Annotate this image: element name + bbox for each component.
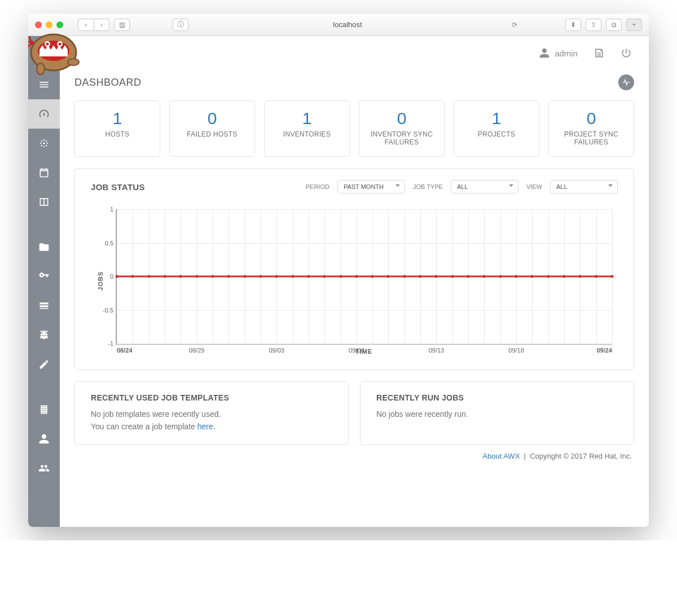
svg-point-8	[43, 142, 45, 144]
chart-xtick: 09/13	[429, 347, 445, 354]
job-status-panel: JOB STATUS PERIOD PAST MONTH JOB TYPE AL…	[74, 168, 634, 370]
sidebar-item-inventory-scripts[interactable]	[28, 320, 60, 350]
chart-xtick: 09/08	[349, 347, 364, 354]
svg-point-9	[43, 139, 45, 140]
sidebar-item-users[interactable]	[28, 424, 60, 454]
stat-value: 0	[553, 109, 629, 128]
chart-ytick: -0.5	[94, 307, 113, 314]
recent-jobs-empty: No jobs were recently run.	[376, 408, 618, 420]
stat-card[interactable]: 0PROJECT SYNC FAILURES	[548, 100, 634, 157]
stat-value: 1	[80, 109, 155, 128]
stat-card[interactable]: 1HOSTS	[74, 100, 160, 157]
create-template-link[interactable]: here	[197, 422, 213, 431]
sidebar-item-dashboard[interactable]	[28, 99, 60, 129]
stat-label: INVENTORIES	[269, 130, 345, 138]
stat-label: INVENTORY SYNC FAILURES	[364, 130, 439, 146]
chart-xtick: 09/18	[508, 347, 524, 354]
jobtype-select[interactable]: ALL	[451, 180, 518, 193]
recent-jobs-panel: RECENTLY RUN JOBS No jobs were recently …	[360, 381, 634, 445]
sidebar-item-jobs[interactable]	[28, 129, 60, 158]
browser-download-button[interactable]: ⬇	[565, 19, 581, 31]
chart-xtick: 08/24	[117, 347, 133, 354]
recent-jobs-title: RECENTLY RUN JOBS	[376, 393, 618, 402]
svg-point-14	[46, 140, 47, 142]
top-bar: admin	[28, 36, 649, 70]
svg-point-5	[59, 43, 61, 46]
svg-rect-17	[40, 334, 47, 335]
username-label: admin	[555, 49, 578, 58]
stat-value: 1	[459, 109, 534, 128]
page-title: DASHBOARD	[74, 77, 142, 89]
browser-info-button[interactable]: ⓘ	[173, 19, 188, 31]
browser-forward-button[interactable]: ›	[94, 19, 109, 31]
stat-label: HOSTS	[80, 130, 155, 138]
sidebar-item-inventories[interactable]	[28, 291, 60, 320]
svg-point-6	[68, 59, 79, 65]
job-status-title: JOB STATUS	[91, 182, 145, 192]
svg-point-3	[46, 43, 49, 46]
sidebar-item-organizations[interactable]	[28, 395, 60, 424]
chart-ytick: -1	[94, 340, 113, 347]
svg-point-13	[41, 140, 42, 142]
stat-value: 0	[174, 109, 250, 128]
view-select[interactable]: ALL	[550, 180, 618, 193]
sidebar	[28, 36, 60, 527]
recent-templates-empty-2: You can create a job template	[91, 422, 197, 431]
sidebar-item-projects[interactable]	[28, 232, 60, 262]
svg-point-12	[47, 143, 48, 144]
recent-templates-title: RECENTLY USED JOB TEMPLATES	[91, 393, 332, 402]
svg-rect-18	[41, 335, 42, 337]
copyright-text: Copyright © 2017 Red Hat, Inc.	[530, 452, 632, 460]
stat-label: PROJECT SYNC FAILURES	[553, 130, 629, 146]
stat-card[interactable]: 1PROJECTS	[454, 100, 539, 157]
stat-label: PROJECTS	[459, 130, 534, 138]
browser-share-button[interactable]: ⇪	[586, 19, 601, 31]
browser-sidebar-button[interactable]: ▥	[114, 19, 130, 31]
svg-point-10	[43, 146, 45, 147]
browser-newtab-button[interactable]: +	[626, 19, 642, 31]
svg-rect-19	[43, 335, 45, 337]
period-select[interactable]: PAST MONTH	[337, 180, 405, 193]
svg-rect-21	[40, 337, 47, 338]
jobtype-label: JOB TYPE	[413, 183, 443, 190]
activity-stream-button[interactable]	[618, 74, 634, 90]
sidebar-item-templates[interactable]	[28, 350, 60, 379]
chart-xtick: 09/24	[596, 347, 612, 354]
awx-logo	[28, 21, 85, 78]
chart-ytick: 1	[94, 206, 113, 213]
about-link[interactable]: About AWX	[482, 452, 520, 460]
power-icon[interactable]	[621, 47, 632, 59]
svg-point-11	[40, 143, 41, 144]
browser-address[interactable]: localhost	[261, 20, 434, 29]
stats-row: 1HOSTS0FAILED HOSTS1INVENTORIES0INVENTOR…	[74, 100, 634, 157]
sidebar-item-schedules[interactable]	[28, 158, 60, 187]
user-menu[interactable]: admin	[539, 47, 578, 59]
svg-point-15	[41, 145, 42, 146]
browser-reload-button[interactable]: ⟳	[507, 19, 522, 31]
docs-icon[interactable]	[594, 47, 605, 59]
svg-point-16	[46, 145, 47, 146]
period-label: PERIOD	[306, 183, 329, 190]
recent-templates-panel: RECENTLY USED JOB TEMPLATES No job templ…	[74, 381, 349, 445]
chart-ytick: 0.5	[94, 240, 113, 247]
chart-xtick: 08/29	[189, 347, 205, 354]
view-label: VIEW	[526, 183, 542, 190]
browser-tabs-button[interactable]: ⧉	[606, 19, 622, 31]
stat-card[interactable]: 1INVENTORIES	[264, 100, 350, 157]
sidebar-item-portal[interactable]	[28, 187, 60, 217]
sidebar-item-teams[interactable]	[28, 454, 60, 483]
stat-card[interactable]: 0INVENTORY SYNC FAILURES	[359, 100, 445, 157]
user-icon	[539, 47, 550, 59]
stat-card[interactable]: 0FAILED HOSTS	[169, 100, 255, 157]
sidebar-item-credentials[interactable]	[28, 262, 60, 291]
browser-titlebar: ‹ › ▥ ⓘ localhost ⟳ ⬇ ⇪ ⧉ +	[28, 14, 649, 36]
stat-value: 0	[364, 109, 439, 128]
chart-xtick: 09/03	[269, 347, 284, 354]
stat-value: 1	[269, 109, 345, 128]
activity-icon	[622, 78, 631, 87]
stat-label: FAILED HOSTS	[174, 130, 250, 138]
svg-rect-20	[46, 335, 47, 337]
chart-ytick: 0	[94, 273, 113, 280]
job-status-chart: JOBS 10.50-0.5-108/2408/2909/0309/0809/1…	[91, 204, 618, 358]
footer: About AWX | Copyright © 2017 Red Hat, In…	[74, 445, 634, 461]
